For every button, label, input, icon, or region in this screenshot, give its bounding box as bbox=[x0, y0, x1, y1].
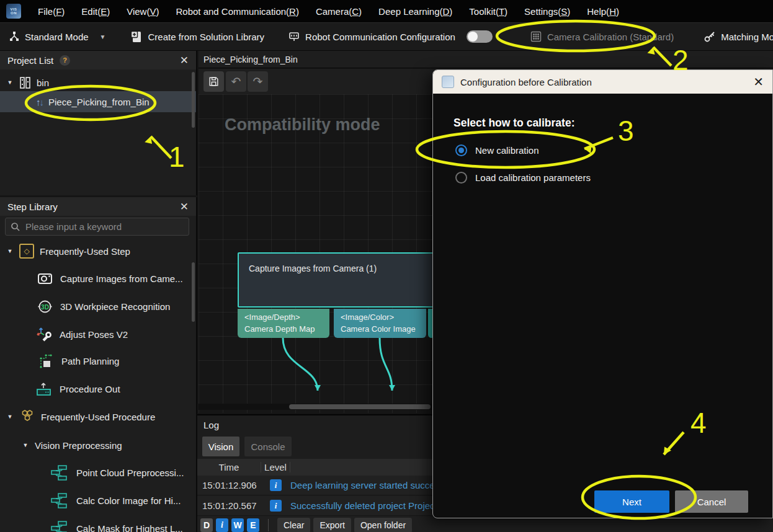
menu-robot-communication[interactable]: Robot and Communication(R) bbox=[176, 6, 298, 17]
procedure-nodes-icon bbox=[51, 492, 68, 509]
info-level-icon: i bbox=[270, 500, 282, 512]
procedure-nodes-icon bbox=[51, 464, 68, 481]
option-load-calibration-parameters[interactable]: Load calibration parameters bbox=[455, 172, 591, 184]
step-label: Calc Mask for Highest L... bbox=[76, 523, 183, 532]
clear-log-button[interactable]: Clear bbox=[277, 518, 310, 532]
menu-settings[interactable]: Settings(S) bbox=[524, 6, 570, 17]
expand-triangle-icon[interactable]: ▼ bbox=[6, 414, 14, 420]
solution-name: bin bbox=[37, 78, 49, 88]
save-button[interactable] bbox=[203, 71, 224, 92]
step-3d-workpiece-recognition[interactable]: 3D 3D Workpiece Recognition bbox=[0, 297, 196, 316]
create-from-solution-library-label: Create from Solution Library bbox=[148, 32, 264, 42]
main-toolbar: Standard Mode ▼ Create from Solution Lib… bbox=[0, 22, 773, 51]
tab-vision[interactable]: Vision bbox=[202, 437, 239, 456]
step-label: Calc Color Image for Hi... bbox=[76, 495, 181, 506]
canvas-horizontal-scrollbar[interactable] bbox=[199, 404, 434, 410]
matching-model-button[interactable]: Matching Model and bbox=[704, 30, 773, 43]
step-adjust-poses[interactable]: Adjust Poses V2 bbox=[0, 325, 196, 344]
column-time[interactable]: Time bbox=[197, 462, 261, 472]
project-name: Piece_Picking_from_Bin bbox=[48, 97, 150, 107]
configuration-before-calibration-dialog: Configuration before Calibration ✕ Selec… bbox=[432, 69, 773, 518]
standard-mode-dropdown[interactable]: Standard Mode ▼ bbox=[9, 31, 105, 42]
procedure-nodes-icon bbox=[51, 520, 68, 532]
step-calc-mask[interactable]: Calc Mask for Highest L... bbox=[0, 519, 196, 532]
undo-button[interactable]: ↶ bbox=[226, 71, 246, 92]
help-icon[interactable]: ? bbox=[60, 55, 70, 66]
open-folder-button[interactable]: Open folder bbox=[354, 518, 412, 532]
port-type-label: <Image/Color> bbox=[341, 312, 426, 324]
menu-help[interactable]: Help(H) bbox=[587, 6, 619, 17]
filter-info-button[interactable]: i bbox=[216, 518, 228, 532]
next-button[interactable]: Next bbox=[594, 490, 669, 513]
group-frequently-used-procedure[interactable]: ▼ Frequently-Used Procedure bbox=[0, 407, 196, 426]
step-search-input[interactable] bbox=[25, 221, 184, 232]
dialog-title-bar[interactable]: Configuration before Calibration ✕ bbox=[433, 70, 772, 94]
project-scrollbar[interactable] bbox=[192, 72, 195, 128]
menu-file[interactable]: File(F) bbox=[38, 6, 65, 17]
filter-warning-button[interactable]: W bbox=[231, 518, 244, 532]
redo-button[interactable]: ↷ bbox=[248, 71, 268, 92]
robot-comm-toggle[interactable] bbox=[467, 30, 493, 43]
menu-deep-learning[interactable]: Deep Learning(D) bbox=[378, 6, 452, 17]
tab-console[interactable]: Console bbox=[244, 437, 292, 456]
compatibility-watermark: Compatibility mode bbox=[225, 115, 380, 135]
calibration-grid-icon bbox=[530, 30, 542, 43]
app-logo-icon: VISON bbox=[6, 4, 21, 19]
search-icon bbox=[11, 222, 20, 232]
expand-triangle-icon[interactable]: ▼ bbox=[6, 248, 14, 254]
chevron-down-icon: ▼ bbox=[100, 33, 106, 40]
close-step-library-icon[interactable]: ✕ bbox=[180, 202, 189, 212]
adjust-poses-icon bbox=[36, 326, 52, 342]
menu-edit[interactable]: Edit(E) bbox=[81, 6, 110, 17]
solution-row-bin[interactable]: ▼ bin bbox=[0, 73, 196, 92]
menu-camera[interactable]: Camera(C) bbox=[316, 6, 362, 17]
robot-communication-config-button[interactable]: Robot Communication Configuration bbox=[288, 30, 493, 43]
canvas-tab-bar: Piece_Picking_from_Bin bbox=[199, 51, 773, 68]
port-camera-depth-map[interactable]: <Image/Depth> Camera Depth Map bbox=[238, 309, 329, 338]
step-capture-images[interactable]: Capture Images from Came... bbox=[0, 269, 196, 288]
standard-mode-label: Standard Mode bbox=[25, 32, 89, 42]
radio-unselected-icon[interactable] bbox=[455, 172, 467, 184]
step-point-cloud-preprocessing[interactable]: Point Cloud Preprocessi... bbox=[0, 463, 196, 482]
filter-debug-button[interactable]: D bbox=[200, 518, 213, 532]
option-new-calibration[interactable]: New calibration bbox=[455, 144, 539, 156]
group-frequently-used-step[interactable]: ▼ ◇ Frequently-Used Step bbox=[0, 242, 196, 260]
project-list-panel: Project List ? ✕ ▼ bin ↑↓ Piece_Picking_… bbox=[0, 51, 197, 195]
menu-toolkit[interactable]: Toolkit(T) bbox=[469, 6, 507, 17]
log-bottom-bar: D i W E Clear Export Open folder bbox=[197, 516, 773, 532]
camera-icon bbox=[37, 271, 53, 286]
procedure-out-icon bbox=[35, 381, 52, 397]
radio-selected-icon[interactable] bbox=[455, 144, 467, 156]
capture-images-node[interactable]: Capture Images from Camera (1) bbox=[238, 252, 434, 308]
expand-triangle-icon[interactable]: ▼ bbox=[22, 442, 29, 448]
step-search-box[interactable] bbox=[5, 218, 189, 236]
port-name-label: Camera Depth Map bbox=[244, 324, 329, 335]
step-label: Adjust Poses V2 bbox=[60, 329, 128, 340]
close-project-list-icon[interactable]: ✕ bbox=[180, 55, 189, 66]
step-calc-color-image[interactable]: Calc Color Image for Hi... bbox=[0, 491, 196, 510]
cancel-button[interactable]: Cancel bbox=[675, 490, 748, 513]
step-path-planning[interactable]: Path Planning bbox=[0, 352, 196, 370]
project-row-selected[interactable]: ↑↓ Piece_Picking_from_Bin bbox=[0, 91, 196, 112]
menu-view[interactable]: View(V) bbox=[127, 6, 159, 17]
create-from-solution-library-button[interactable]: Create from Solution Library bbox=[130, 30, 264, 43]
filter-error-button[interactable]: E bbox=[247, 518, 259, 532]
port-camera-color-image[interactable]: <Image/Color> Camera Color Image bbox=[334, 309, 426, 338]
robot-comm-icon bbox=[288, 30, 300, 43]
expand-triangle-icon[interactable]: ▼ bbox=[6, 79, 14, 86]
step-scrollbar[interactable] bbox=[192, 262, 195, 322]
dialog-heading: Select how to calibrate: bbox=[454, 117, 574, 130]
port-name-label: Camera Color Image bbox=[341, 324, 426, 335]
option-label: New calibration bbox=[475, 145, 539, 156]
option-label: Load calibration parameters bbox=[475, 172, 591, 183]
group-vision-preprocessing[interactable]: ▼ Vision Preprocessing bbox=[0, 436, 196, 454]
step-procedure-out[interactable]: Procedure Out bbox=[0, 379, 196, 398]
column-level[interactable]: Level bbox=[261, 462, 290, 472]
dialog-close-icon[interactable]: ✕ bbox=[753, 76, 764, 88]
group-label: Frequently-Used Procedure bbox=[41, 412, 155, 422]
export-log-button[interactable]: Export bbox=[313, 518, 351, 532]
step-label: Capture Images from Came... bbox=[60, 273, 183, 284]
camera-calibration-button[interactable]: Camera Calibration (Standard) bbox=[530, 30, 674, 43]
scrollbar-thumb[interactable] bbox=[289, 404, 431, 409]
canvas-tab[interactable]: Piece_Picking_from_Bin bbox=[203, 55, 298, 64]
